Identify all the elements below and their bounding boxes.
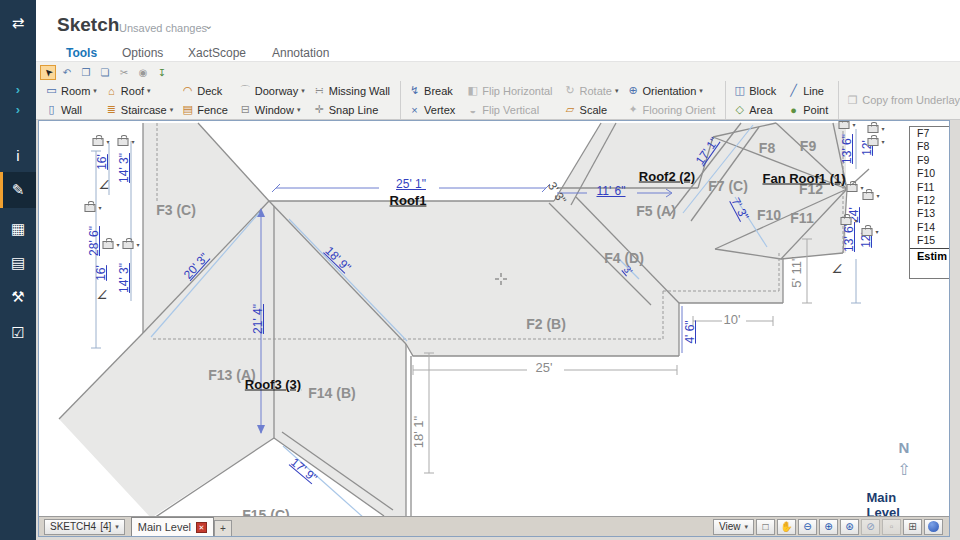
tab-main-level[interactable]: Main Level ✕ xyxy=(131,517,214,536)
collapse-right-icon[interactable]: › xyxy=(0,80,36,98)
angle-lock-icon[interactable]: ∠ xyxy=(97,288,108,302)
toolbar-button[interactable]: ↯ Break xyxy=(404,81,462,100)
dimension-value[interactable]: 16' xyxy=(94,265,108,281)
checklist-icon[interactable]: ☑ xyxy=(0,318,36,348)
list-item[interactable]: F9 xyxy=(910,154,949,167)
lock-icon[interactable] xyxy=(847,184,858,192)
roof-label[interactable]: Roof1 xyxy=(390,193,427,208)
dimension-value[interactable]: 25' 1" xyxy=(396,177,426,191)
close-icon[interactable]: ✕ xyxy=(196,522,207,533)
toolbar-button[interactable]: ⌒ Doorway ▾ xyxy=(235,81,309,100)
lock-icon[interactable] xyxy=(868,138,879,146)
lock-icon[interactable] xyxy=(841,217,852,225)
toolbar-button[interactable]: ≣ Staircase ▾ xyxy=(101,100,177,119)
roof-icon: ⌂ xyxy=(105,85,118,97)
list-item[interactable]: F13 xyxy=(910,207,949,220)
dimension-value[interactable]: 25' xyxy=(536,360,553,375)
lock-icon[interactable] xyxy=(118,138,129,146)
export-icon[interactable]: ↧ xyxy=(154,65,170,80)
tools-icon[interactable]: ⚒ xyxy=(0,282,36,312)
paste-icon[interactable]: ❏ xyxy=(97,65,113,80)
roof-label[interactable]: Roof3 (3) xyxy=(245,377,301,392)
info-icon[interactable]: i xyxy=(0,140,36,170)
photos-icon[interactable]: ▦ xyxy=(0,214,36,244)
toolbar-button[interactable]: ◒ Flip Vertical xyxy=(462,100,559,119)
lock-icon[interactable] xyxy=(863,192,874,200)
lock-icon[interactable] xyxy=(85,204,96,212)
list-item[interactable]: F14 xyxy=(910,221,949,234)
toolbar-button[interactable]: ▱ Scale xyxy=(560,100,623,119)
toolbar-button[interactable]: ● Point xyxy=(783,100,835,119)
roof-label[interactable]: Roof2 (2) xyxy=(639,169,695,184)
dimension-value[interactable]: 13' 6" xyxy=(840,134,854,164)
list-item[interactable]: F7 xyxy=(910,127,949,140)
list-item[interactable]: F12 xyxy=(910,194,949,207)
lock-icon[interactable] xyxy=(868,125,879,133)
toolbar-button[interactable]: ◇ Area xyxy=(729,100,783,119)
toolbar-button[interactable]: ⌂ Roof ▾ xyxy=(101,81,177,100)
select-cursor-icon[interactable]: ➤ xyxy=(40,65,56,80)
dimension-value[interactable]: 13' 6" xyxy=(842,222,856,252)
list-item[interactable]: F8 xyxy=(910,140,949,153)
cut-icon[interactable]: ✂ xyxy=(116,65,132,80)
roof-label[interactable]: Fan Roof1 (1) xyxy=(762,171,845,186)
view-dropdown-button[interactable]: View ▾ xyxy=(713,519,754,535)
zoom-region-icon[interactable]: ⊘ xyxy=(861,519,880,535)
lock-icon[interactable] xyxy=(839,121,850,129)
toolbar-button[interactable]: ↻ Rotate ▾ xyxy=(560,81,623,100)
list-item[interactable]: F10 xyxy=(910,167,949,180)
dimension-value[interactable]: 10' xyxy=(724,312,741,327)
toolbar-button[interactable]: ▤ Fence xyxy=(177,100,235,119)
toolbar-button[interactable]: ∺ Missing Wall xyxy=(309,81,397,100)
zoom-in-icon[interactable]: ⊕ xyxy=(819,519,838,535)
menu-toggle-icon[interactable]: ⇄ xyxy=(0,8,36,38)
dimension-value[interactable]: 28' 6" xyxy=(87,226,101,256)
dimension-value[interactable]: 5' 11" xyxy=(789,256,804,287)
sketch-selector-button[interactable]: SKETCH4 [4] ▾ xyxy=(44,519,125,535)
list-item[interactable]: F15 xyxy=(910,234,949,247)
undo-icon[interactable]: ↶ xyxy=(59,65,75,80)
collapse-right-icon[interactable]: › xyxy=(0,100,36,118)
lock-icon[interactable] xyxy=(123,241,134,249)
toolbar-button[interactable]: ✛ Snap Line xyxy=(309,100,397,119)
sketch-canvas[interactable]: F3 (C)F5 (A)F7 (C)F2 (B)F4 (D)F13 (A)F14… xyxy=(39,121,949,516)
dimension-value[interactable]: 16' xyxy=(95,154,109,170)
toolbar-button[interactable]: ◧ Flip Horizontal xyxy=(462,81,559,100)
list-item[interactable]: F11 xyxy=(910,181,949,194)
toolbar-button[interactable]: × Vertex xyxy=(404,100,462,119)
dimension-value[interactable]: 21' 4" xyxy=(251,304,265,334)
new-view-icon[interactable]: ⊞ xyxy=(903,519,922,535)
zoom-out-icon[interactable]: ⊖ xyxy=(798,519,817,535)
dimension-value[interactable]: 14' 3" xyxy=(117,263,131,293)
estimate-items-label[interactable]: Estim xyxy=(910,248,949,262)
lock-icon[interactable] xyxy=(103,241,114,249)
toolbar-button[interactable]: ▭ Room ▾ xyxy=(41,81,101,100)
angle-lock-icon[interactable]: ∠ xyxy=(99,178,110,192)
selection-box-icon[interactable]: □ xyxy=(756,519,775,535)
toolbar-button[interactable]: ✦ Flooring Orient xyxy=(623,100,723,119)
dimension-value[interactable]: 14' 3" xyxy=(117,153,131,183)
sketch-pencil-icon[interactable]: ✎ xyxy=(0,172,36,208)
stamp-icon[interactable]: ◉ xyxy=(135,65,151,80)
pan-icon[interactable]: ✋ xyxy=(777,519,796,535)
dimension-value[interactable]: 11' 6" xyxy=(596,184,625,198)
lock-icon[interactable] xyxy=(862,228,873,236)
chevron-down-icon[interactable]: ⌄ xyxy=(204,19,213,32)
globe-icon[interactable] xyxy=(924,519,943,535)
angle-lock-icon[interactable]: ∠ xyxy=(832,262,843,276)
dimension-value[interactable]: 18' 1" xyxy=(411,416,426,448)
toolbar-button[interactable]: ⊟ Window ▾ xyxy=(235,100,309,119)
documents-icon[interactable]: ▤ xyxy=(0,248,36,278)
toolbar-button[interactable]: ❐ Copy from Underlay xyxy=(842,94,960,107)
underlay-toggle-icon[interactable]: ▫ xyxy=(882,519,901,535)
toolbar-button[interactable]: ⊕ Orientation ▾ xyxy=(623,81,723,100)
copy-icon[interactable]: ❐ xyxy=(78,65,94,80)
toolbar-button[interactable]: ◫ Block xyxy=(729,81,783,100)
zoom-extents-icon[interactable]: ⊛ xyxy=(840,519,859,535)
toolbar-button[interactable]: ▯ Wall xyxy=(41,100,101,119)
toolbar-button[interactable]: ╱ Line xyxy=(783,81,835,100)
lock-icon[interactable] xyxy=(93,138,104,146)
add-level-tab-button[interactable]: + xyxy=(214,520,232,536)
toolbar-button[interactable]: ◠ Deck xyxy=(177,81,235,100)
dimension-value[interactable]: 4' 6" xyxy=(683,320,697,343)
